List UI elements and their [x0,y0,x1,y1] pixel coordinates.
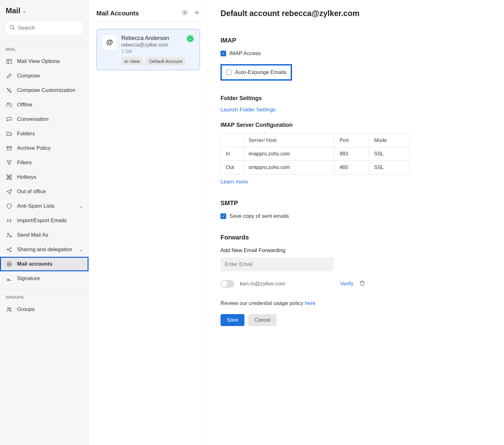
chat-icon [6,116,13,123]
search-input[interactable] [18,25,79,31]
smtp-save-copy-row[interactable]: ✓ Save copy of sent emails [220,213,491,219]
sidebar-item-filters[interactable]: Filters [0,155,89,170]
sidebar-item-label: Conversation [17,116,49,122]
sidebar-item-send-as[interactable]: Send Mail As [0,228,89,242]
sidebar-item-groups[interactable]: Groups [0,302,89,317]
save-copy-label: Save copy of sent emails [229,213,289,219]
filter-icon [6,159,13,166]
archive-icon [6,145,13,152]
cancel-button[interactable]: Cancel [248,314,277,326]
main-content: Default account rebecca@zylker.com IMAP … [208,0,504,445]
table-row-in: In imappro.zoho.com 993 SSL [221,147,410,161]
learn-more-link[interactable]: Learn more [220,179,491,185]
search-box[interactable] [5,21,83,35]
edit-icon [6,72,13,79]
at-avatar: @ [102,35,117,49]
sidebar-item-label: Signature [17,275,40,282]
share-icon [6,246,13,253]
imap-access-row[interactable]: ✓ IMAP Access [220,50,491,57]
folder-settings-title: Folder Settings [220,95,491,102]
highlight-auto-expunge: Auto-Expunge Emails [220,64,292,81]
auto-expunge-label: Auto-Expunge Emails [235,69,286,76]
section-forwards-title: Forwards [220,234,491,241]
sidebar-item-mail-accounts[interactable]: Mail accounts [0,257,89,271]
sidebar-item-offline[interactable]: Offline [0,98,89,112]
svg-point-19 [184,12,186,14]
sidebar-item-label: Archive Policy [17,145,51,151]
section-smtp-title: SMTP [220,200,491,207]
svg-point-16 [8,263,10,265]
sidebar-item-sharing[interactable]: Sharing and delegation ⌄ [0,242,89,257]
plane-icon [6,188,13,195]
forward-email: ken.m@zylker.com [240,281,297,287]
launch-folder-settings-link[interactable]: Launch Folder Settings [220,107,491,113]
plus-icon[interactable] [194,9,200,17]
trash-icon[interactable] [359,280,365,288]
nav-groups: Groups [0,302,89,317]
sidebar-item-label: Offline [17,102,32,108]
import-export-icon [6,217,13,224]
search-icon [9,24,15,32]
gear-icon[interactable] [182,9,188,17]
forwarding-email-input[interactable] [220,257,334,271]
imap-access-label: IMAP Access [229,50,261,57]
sidebar: Mail ⌄ MAIL Mail View Options Compose Co… [0,0,89,445]
svg-point-12 [10,247,11,248]
svg-line-14 [8,248,10,249]
verify-link[interactable]: Verify [340,281,353,287]
account-card[interactable]: @ Rebecca Anderson rebecca@zylker.com 1 … [96,29,200,70]
section-imap-title: IMAP [220,37,491,44]
sidebar-item-compose[interactable]: Compose [0,69,89,83]
sidebar-item-import-export[interactable]: Import/Export Emails [0,213,89,228]
sidebar-item-label: Compose [17,73,40,79]
check-badge-icon: ✓ [186,35,194,42]
policy-link[interactable]: here [305,300,315,306]
th-mode: Mode [369,134,409,147]
sidebar-item-folders[interactable]: Folders [0,127,89,141]
policy-row: Review our credential usage policy here [220,300,491,307]
sidebar-item-label: Import/Export Emails [17,217,67,224]
sidebar-item-label: Send Mail As [17,232,48,238]
user-mail-icon [6,232,13,239]
tag-default: Default Account [146,57,186,65]
svg-line-15 [8,250,10,251]
svg-point-11 [7,249,8,250]
shield-icon [6,203,13,210]
sidebar-item-label: Compose Customization [17,87,75,93]
sidebar-item-ooo[interactable]: Out of office [0,184,89,199]
forward-toggle[interactable] [220,280,234,288]
sidebar-item-label: Filters [17,160,32,166]
section-label-mail: MAIL [0,41,89,54]
chevron-down-icon: ⌄ [79,204,83,209]
sidebar-item-label: Out of office [17,189,46,195]
checkbox-save-copy[interactable]: ✓ [220,213,226,219]
sidebar-item-mail-view[interactable]: Mail View Options [0,54,89,69]
sidebar-header[interactable]: Mail ⌄ [0,0,89,21]
save-button[interactable]: Save [220,314,244,326]
svg-point-10 [8,233,9,235]
server-config-title: IMAP Server Configuration [220,122,491,128]
sidebar-item-conversation[interactable]: Conversation [0,112,89,127]
th-server: Server/ Host [243,134,335,147]
svg-point-18 [10,308,11,309]
layout-icon [6,58,13,65]
sidebar-item-compose-custom[interactable]: Compose Customization [0,83,89,98]
sidebar-item-hotkeys[interactable]: Hotkeys [0,170,89,184]
at-icon [6,261,13,268]
accounts-header: Mail Accounts [96,9,200,21]
checkbox-imap-access[interactable]: ✓ [220,51,226,56]
signature-icon [6,275,13,282]
svg-rect-8 [7,146,12,147]
add-forwarding-label: Add New Email Forwarding [220,247,491,254]
tools-icon [6,87,13,94]
sidebar-item-archive-policy[interactable]: Archive Policy [0,141,89,155]
sidebar-item-label: Hotkeys [17,174,36,180]
svg-point-17 [8,307,9,309]
th-blank [221,134,243,147]
sidebar-item-antispam[interactable]: Anti-Spam Lists ⌄ [0,199,89,213]
checkbox-auto-expunge[interactable] [226,70,232,75]
sidebar-item-label: Mail View Options [17,58,60,65]
accounts-title: Mail Accounts [96,10,139,17]
sidebar-item-signature[interactable]: Signature [0,271,89,286]
svg-line-1 [13,28,14,30]
